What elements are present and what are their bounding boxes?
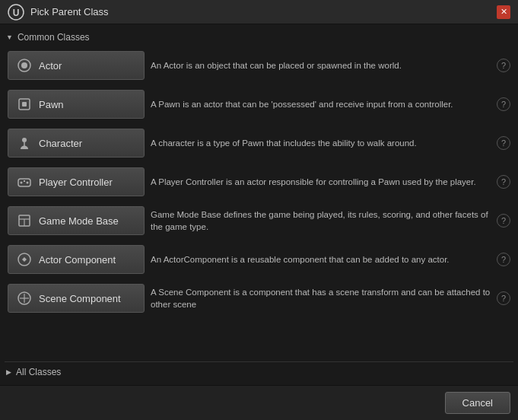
- svg-rect-11: [24, 180, 25, 182]
- class-description: Game Mode Base defines the game being pl…: [151, 208, 491, 233]
- class-btn-actor-component[interactable]: Actor Component: [8, 245, 145, 274]
- svg-point-10: [27, 182, 29, 184]
- class-btn-label: Actor: [39, 60, 62, 72]
- class-description: A Scene Component is a component that ha…: [151, 286, 491, 310]
- ue-logo: U: [8, 4, 24, 21]
- character-icon: [16, 135, 33, 151]
- class-row[interactable]: PawnA Pawn is an actor that can be 'poss…: [5, 86, 513, 123]
- class-row[interactable]: Scene ComponentA Scene Component is a co…: [5, 280, 513, 317]
- player-controller-icon: [16, 173, 33, 190]
- class-description: An Actor is an object that can be placed…: [151, 59, 491, 72]
- class-description: A character is a type of Pawn that inclu…: [151, 137, 491, 149]
- svg-text:U: U: [13, 7, 20, 18]
- scene-component-icon: [16, 290, 33, 307]
- svg-point-6: [22, 138, 27, 142]
- svg-point-9: [21, 182, 23, 184]
- help-icon[interactable]: ?: [497, 175, 510, 189]
- title-bar-left: U Pick Parent Class: [8, 4, 109, 21]
- common-classes-arrow: ▼: [6, 33, 13, 41]
- class-description: A Player Controller is an actor responsi…: [151, 176, 491, 188]
- help-icon[interactable]: ?: [497, 291, 510, 305]
- help-icon[interactable]: ?: [497, 136, 510, 150]
- common-classes-header: ▼ Common Classes: [5, 29, 513, 47]
- class-btn-character[interactable]: Character: [8, 129, 145, 158]
- class-list: ActorAn Actor is an object that can be p…: [5, 47, 513, 358]
- class-btn-label: Player Controller: [39, 177, 113, 188]
- help-icon[interactable]: ?: [497, 97, 510, 111]
- help-icon[interactable]: ?: [497, 59, 510, 72]
- cancel-button[interactable]: Cancel: [445, 392, 510, 414]
- class-row[interactable]: Player ControllerA Player Controller is …: [5, 164, 513, 200]
- main-content: ▼ Common Classes ActorAn Actor is an obj…: [0, 24, 518, 385]
- class-btn-label: Character: [39, 138, 82, 149]
- svg-rect-5: [22, 102, 27, 107]
- footer: Cancel: [0, 385, 518, 420]
- actor-icon: [16, 57, 33, 74]
- class-description: An ActorComponent is a reusable componen…: [151, 253, 491, 266]
- class-row[interactable]: ActorAn Actor is an object that can be p…: [5, 47, 513, 84]
- class-btn-actor[interactable]: Actor: [8, 51, 145, 80]
- class-btn-game-mode[interactable]: Game Mode Base: [8, 206, 145, 235]
- all-classes-label: All Classes: [16, 367, 61, 377]
- class-description: A Pawn is an actor that can be 'possesse…: [151, 98, 491, 110]
- svg-rect-8: [18, 179, 30, 186]
- all-classes-arrow: ▶: [6, 368, 11, 376]
- close-button[interactable]: ✕: [497, 5, 510, 19]
- all-classes-header[interactable]: ▶ All Classes: [5, 361, 513, 380]
- class-row[interactable]: Game Mode BaseGame Mode Base defines the…: [5, 202, 513, 239]
- class-btn-label: Game Mode Base: [39, 215, 119, 227]
- class-btn-player-controller[interactable]: Player Controller: [8, 167, 145, 196]
- class-btn-pawn[interactable]: Pawn: [8, 90, 145, 119]
- actor-component-icon: [16, 251, 33, 268]
- help-icon[interactable]: ?: [497, 214, 510, 228]
- class-btn-label: Scene Component: [39, 293, 121, 304]
- common-classes-label: Common Classes: [17, 32, 90, 43]
- game-mode-icon: [16, 212, 33, 229]
- class-btn-scene-component[interactable]: Scene Component: [8, 284, 145, 313]
- svg-point-3: [21, 62, 27, 68]
- class-row[interactable]: CharacterA character is a type of Pawn t…: [5, 125, 513, 161]
- class-row[interactable]: Actor ComponentAn ActorComponent is a re…: [5, 241, 513, 278]
- pawn-icon: [16, 96, 33, 113]
- help-icon[interactable]: ?: [497, 253, 510, 266]
- class-btn-label: Actor Component: [39, 254, 116, 266]
- title-bar: U Pick Parent Class ✕: [0, 0, 518, 24]
- dialog-title: Pick Parent Class: [30, 6, 109, 18]
- class-btn-label: Pawn: [39, 99, 64, 110]
